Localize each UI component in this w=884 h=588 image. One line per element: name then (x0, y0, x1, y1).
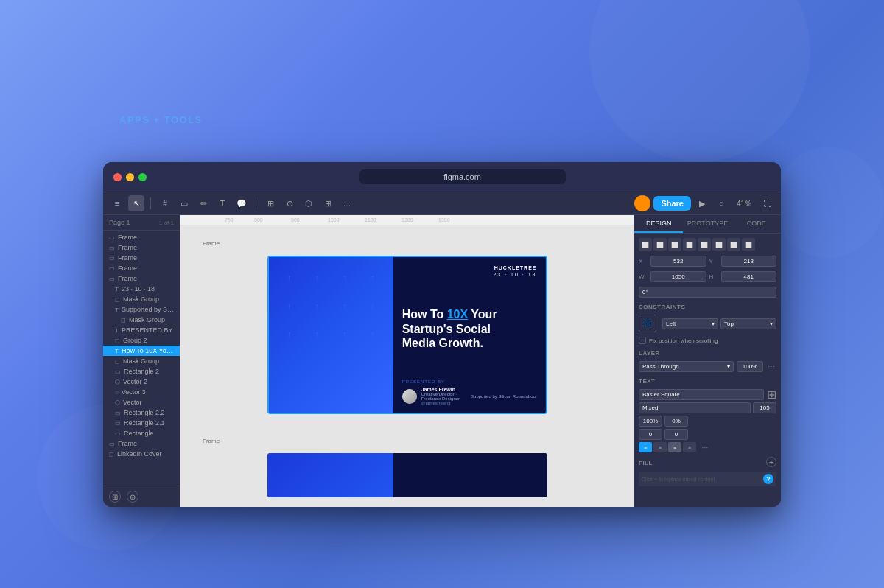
mask-icon[interactable]: ⊙ (281, 195, 298, 211)
eye-icon[interactable]: ○ (713, 195, 729, 211)
layer-item[interactable]: ▭ Frame (103, 438, 180, 449)
indent-input[interactable]: 0 (639, 429, 662, 440)
fullscreen-icon[interactable]: ⛶ (759, 195, 775, 211)
panel-footer-icon-1[interactable]: ⊞ (109, 491, 121, 503)
layer-item[interactable]: T PRESENTED BY (103, 325, 180, 335)
align-center-h[interactable]: ⬜ (653, 238, 667, 251)
url-text: figma.com (443, 172, 481, 181)
align-left-btn[interactable]: ≡ (639, 442, 652, 452)
menu-icon[interactable]: ≡ (109, 195, 125, 211)
w-input[interactable]: 1050 (650, 271, 706, 282)
share-button[interactable]: Share (653, 196, 691, 211)
layer-item[interactable]: ▭ Frame (103, 232, 180, 242)
traffic-light-green[interactable] (138, 173, 147, 181)
layer-item[interactable]: ▭ Frame (103, 273, 180, 284)
layer-item[interactable]: ▭ Rectangle 2 (103, 366, 180, 377)
traffic-light-yellow[interactable] (126, 173, 134, 181)
font-family-row: Basier Square ⊞ (639, 389, 776, 400)
layer-item[interactable]: ▭ Rectangle 2.1 (103, 418, 180, 428)
layer-item[interactable]: ▭ Frame (103, 263, 180, 273)
layer-item[interactable]: ◻ Mask Group (103, 294, 180, 304)
address-bar[interactable]: figma.com (359, 169, 566, 184)
font-size-input[interactable]: 105 (753, 402, 776, 413)
fix-scroll-checkbox[interactable] (639, 337, 646, 344)
layer-item[interactable]: ⬡ Vector 2 (103, 377, 180, 387)
opacity-input[interactable]: 100% (737, 361, 763, 372)
play-icon[interactable]: ▶ (694, 195, 710, 211)
canvas-area[interactable]: 750 800 900 1000 1100 1200 1300 Frame (180, 215, 634, 507)
layer-item[interactable]: T Supported by Silicon Roundab... (103, 304, 180, 315)
zoom-indicator[interactable]: 41% (737, 200, 751, 208)
slide-frame-2[interactable] (267, 453, 547, 497)
text-section: Basier Square ⊞ Mixed 105 100% 0% 0 (639, 389, 776, 452)
layer-item[interactable]: ◻ LinkedIn Cover (103, 449, 180, 459)
layer-item-selected[interactable]: T How To 10X Your Startup's So... (103, 346, 180, 356)
tab-design[interactable]: DESIGN (634, 215, 683, 233)
fill-add-button[interactable]: + (766, 457, 776, 467)
layer-item[interactable]: T 23 · 10 · 18 (103, 284, 180, 294)
letter-spacing-input[interactable]: 0% (664, 416, 688, 427)
h-input[interactable]: 481 (721, 271, 777, 282)
slide-frame-1[interactable]: ↑ ↑ ↑ ↑ ↑ ↑ ↑ ↑ ↑ ↑ ↑ ↑ (267, 256, 547, 414)
layer-item[interactable]: ▭ Rectangle (103, 428, 180, 438)
bg-shape-1 (589, 0, 810, 162)
align-bottom[interactable]: ⬜ (712, 238, 726, 251)
layer-item[interactable]: ○ Vector 3 (103, 387, 180, 397)
layer-item[interactable]: ◻ Group 2 (103, 335, 180, 346)
layer-item[interactable]: ▭ Frame (103, 253, 180, 263)
constraint-h[interactable]: Left ▾ (662, 318, 718, 329)
traffic-light-red[interactable] (113, 173, 122, 181)
slide-logo: HUCKLETREE23 · 10 · 18 (402, 265, 537, 278)
align-right-btn[interactable]: ≡ (668, 442, 681, 452)
slide-title-highlight: 10X (447, 308, 468, 321)
align-right[interactable]: ⬜ (668, 238, 681, 251)
layer-icon: ⬡ (115, 399, 120, 406)
constraint-v[interactable]: Top ▾ (720, 318, 776, 329)
pen-icon[interactable]: ✏ (195, 195, 211, 211)
blend-mode-select[interactable]: Pass Through ▾ (639, 361, 734, 372)
frame-icon[interactable]: # (157, 195, 173, 211)
blend-mode-value: Pass Through (642, 363, 679, 370)
chevron-down-icon: ▾ (770, 321, 773, 327)
font-family-input[interactable]: Basier Square (639, 389, 764, 400)
layer-item[interactable]: ◻ Mask Group (103, 356, 180, 366)
text-more-btn[interactable]: ··· (698, 442, 712, 452)
more-tools-icon[interactable]: … (339, 195, 355, 211)
line-height-input[interactable]: 100% (639, 416, 662, 427)
tab-code[interactable]: CODE (732, 215, 781, 233)
shape-icon[interactable]: ▭ (176, 195, 192, 211)
align-center-btn[interactable]: ≡ (653, 442, 667, 452)
align-justify-btn[interactable]: ≡ (683, 442, 696, 452)
layer-label: Rectangle 2 (124, 368, 159, 375)
rotation-input[interactable]: 0° (639, 287, 776, 298)
distribute-v[interactable]: ⬜ (742, 238, 755, 251)
align-left[interactable]: ⬜ (639, 238, 652, 251)
layer-item[interactable]: ⬡ Vector (103, 397, 180, 407)
select-icon[interactable]: ↖ (128, 195, 144, 211)
layer-more-icon[interactable]: ⋯ (766, 362, 776, 372)
layer-item[interactable]: ◻ Mask Group (103, 315, 180, 325)
align-middle[interactable]: ⬜ (698, 238, 711, 251)
page-nav: 1 of 1 (159, 220, 174, 226)
layout-icon[interactable]: ⊞ (320, 195, 336, 211)
layer-label: Supported by Silicon Roundab... (122, 306, 174, 313)
x-input[interactable]: 532 (650, 256, 706, 267)
browser-window: figma.com ≡ ↖ # ▭ ✏ T 💬 ⊞ ⊙ ⬡ ⊞ … Share … (103, 162, 781, 507)
figma-main: Page 1 1 of 1 ▭ Frame ▭ Frame ▭ Frame (103, 215, 781, 507)
fill-hint-icon[interactable]: ? (763, 474, 774, 484)
ruler-top: 750 800 900 1000 1100 1200 1300 (180, 215, 634, 225)
plugin-icon[interactable]: ⬡ (301, 195, 317, 211)
component-icon[interactable]: ⊞ (262, 195, 278, 211)
y-input[interactable]: 213 (721, 256, 777, 267)
layer-item[interactable]: ▭ Frame (103, 242, 180, 253)
distribute-h[interactable]: ⬜ (727, 238, 740, 251)
text-icon[interactable]: T (214, 195, 231, 211)
panel-footer-icon-2[interactable]: ⊕ (127, 491, 138, 503)
layer-item[interactable]: ▭ Rectangle 2.2 (103, 407, 180, 418)
comment-icon[interactable]: 💬 (234, 195, 250, 211)
indent2-input[interactable]: 0 (664, 429, 688, 440)
align-top[interactable]: ⬜ (683, 238, 696, 251)
ruler-mark: 800 (254, 217, 263, 223)
tab-prototype[interactable]: PROTOTYPE (683, 215, 732, 233)
font-style-input[interactable]: Mixed (639, 402, 751, 413)
